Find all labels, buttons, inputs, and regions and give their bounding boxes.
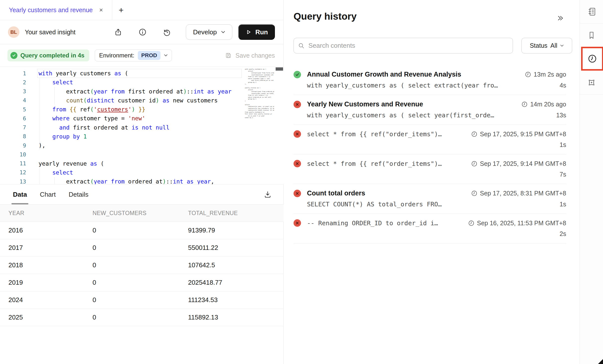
table-cell: 107642.5 (188, 261, 284, 269)
new-tab-button[interactable]: + (112, 5, 130, 15)
annotation-highlight-box (581, 47, 603, 71)
query-history-item[interactable]: Count total ordersSep 17, 2025, 8:31 PM … (294, 184, 566, 214)
query-history-item[interactable]: Annual Customer Growth and Revenue Analy… (294, 65, 566, 95)
sidebar-item-notebook[interactable] (580, 0, 603, 24)
code-line[interactable]: 8 group by 1 (0, 132, 243, 141)
play-icon (245, 29, 252, 35)
code-line[interactable]: 7 and first_ordered_at is not null (0, 123, 243, 132)
query-history-item[interactable]: Yearly New Customers and Revenue14m 20s … (294, 95, 566, 125)
table-row: 2016091399.79 (0, 222, 284, 239)
tab-data[interactable]: Data (13, 184, 27, 204)
status-row: Query completed in 4s Environment: PROD … (0, 44, 283, 67)
chevron-down-icon (221, 31, 225, 34)
history-item-duration: 7s (560, 171, 566, 178)
history-item-title: Count total orders (307, 189, 365, 197)
code-text: with yearly_customers as ( (39, 70, 128, 77)
table-cell: 91399.79 (188, 227, 284, 234)
query-history-item[interactable]: select * from {{ ref("order_items")…Sep … (294, 125, 566, 154)
code-line[interactable]: 2 select (0, 78, 243, 87)
history-item-time: Sep 16, 2025, 11:53 PM GMT+8 (463, 220, 566, 227)
version-history-icon[interactable] (162, 28, 171, 37)
indent-guide (40, 168, 40, 184)
table-cell: 115892.13 (188, 314, 284, 321)
code-line[interactable]: 1with yearly_customers as ( (0, 69, 243, 78)
code-line[interactable]: 3 extract(year from first_ordered_at)::i… (0, 87, 243, 96)
history-item-duration: 13s (556, 112, 566, 119)
tab-details[interactable]: Details (69, 184, 88, 204)
table-row: 201902025418.77 (0, 274, 284, 291)
code-line[interactable]: 11yearly_revenue as ( (0, 159, 243, 168)
history-item-title: Yearly New Customers and Revenue (307, 100, 423, 108)
line-number: 10 (0, 151, 26, 158)
run-label: Run (255, 28, 268, 36)
editor-scrollbar-thumb[interactable] (276, 67, 283, 71)
code-line[interactable]: 4 count(distinct customer_id) as new_cus… (0, 96, 243, 105)
sidebar-item-bookmarks[interactable] (580, 24, 603, 47)
code-line[interactable]: 12 select (0, 168, 243, 177)
editor-minimap[interactable]: with yearly_customers as ( select extrac… (245, 68, 274, 122)
tab-chart[interactable]: Chart (40, 184, 56, 204)
environment-label: Environment: (99, 52, 134, 59)
line-number: 7 (0, 124, 26, 131)
code-text: count(distinct customer_id) as new_custo… (39, 97, 218, 104)
error-x-icon (294, 219, 301, 227)
history-item-sql: SELECT COUNT(*) AS total_orders FRO… (307, 201, 442, 208)
status-filter-label: Status (530, 42, 548, 49)
code-area[interactable]: 1with yearly_customers as (2 select3 ext… (0, 69, 243, 184)
table-cell: 0 (93, 227, 188, 234)
run-button[interactable]: Run (238, 24, 275, 40)
environment-value: PROD (138, 51, 161, 60)
line-number: 2 (0, 79, 26, 86)
code-line[interactable]: 6 where customer_type = 'new' (0, 114, 243, 123)
save-changes-button[interactable]: Save changes (225, 52, 275, 59)
line-number: 6 (0, 115, 26, 122)
history-clock-icon[interactable] (587, 54, 597, 64)
insight-toolbar: BL Your saved insight Develop (0, 20, 283, 44)
table-row: 20180107642.5 (0, 257, 284, 274)
table-cell: 0 (93, 314, 188, 321)
success-check-icon (294, 71, 301, 78)
share-icon[interactable] (114, 28, 123, 37)
query-history-item[interactable]: select * from {{ ref("order_items")…Sep … (294, 154, 566, 184)
search-icon (298, 43, 304, 49)
download-icon[interactable] (263, 190, 272, 199)
collapse-panel-icon[interactable] (557, 14, 564, 22)
history-item-title: select * from {{ ref("order_items")… (307, 160, 442, 167)
search-input[interactable] (308, 42, 508, 49)
develop-button[interactable]: Develop (186, 24, 232, 40)
history-item-duration: 1s (560, 141, 566, 148)
resize-corner-mark (598, 359, 603, 364)
table-cell: 550011.22 (188, 244, 284, 252)
history-item-sql: with yearly_customers as ( select year(f… (307, 112, 494, 119)
code-text: and first_ordered_at is not null (39, 124, 169, 131)
history-item-duration: 4s (560, 82, 566, 89)
table-cell: 2024 (0, 296, 93, 304)
history-item-duration: 1s (560, 201, 566, 208)
table-cell: 0 (93, 261, 188, 269)
chevron-down-icon (164, 54, 168, 57)
panel-title: Query history (294, 11, 357, 22)
code-text: where customer_type = 'new' (39, 115, 145, 122)
results-table: YEARNEW_CUSTOMERSTOTAL_REVENUE 201609139… (0, 205, 284, 326)
code-line[interactable]: 9), (0, 141, 243, 150)
table-cell: 2025418.77 (188, 279, 284, 286)
info-icon[interactable] (138, 28, 147, 37)
code-text: extract(year from ordered_at)::int as ye… (39, 178, 214, 184)
sidebar-item-explore[interactable] (580, 71, 603, 94)
search-box[interactable] (294, 38, 513, 53)
tab-yearly-customers[interactable]: Yearly customers and revenue × (0, 0, 103, 20)
history-item-time: 14m 20s ago (516, 101, 566, 108)
tab-close-icon[interactable]: × (99, 7, 103, 13)
table-row: 20240111234.53 (0, 291, 284, 309)
table-cell: 111234.53 (188, 296, 284, 304)
status-filter-dropdown[interactable]: Status All (521, 38, 572, 53)
code-line[interactable]: 5 from {{ ref('customers') }} (0, 105, 243, 114)
error-x-icon (294, 101, 301, 108)
query-history-panel: Query history Status All Annual Customer… (284, 0, 580, 364)
query-history-item[interactable]: -- Renaming ORDER_ID to order_id i…Sep 1… (294, 214, 566, 243)
environment-selector[interactable]: Environment: PROD (95, 49, 172, 61)
sql-editor[interactable]: 1with yearly_customers as (2 select3 ext… (0, 67, 284, 184)
code-text: from {{ ref('customers') }} (39, 106, 145, 113)
code-line[interactable]: 13 extract(year from ordered_at)::int as… (0, 177, 243, 184)
code-line[interactable]: 10 (0, 150, 243, 159)
